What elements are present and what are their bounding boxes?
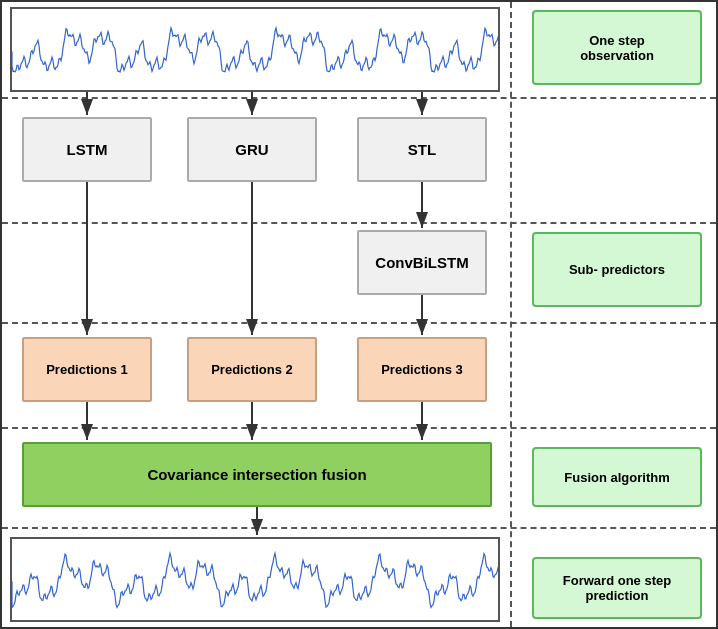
predictions-2-box: Predictions 2 [187, 337, 317, 402]
vertical-divider [510, 2, 512, 627]
main-container: One step observation LSTM GRU STL ConvBi… [0, 0, 718, 629]
divider-4 [2, 427, 716, 429]
divider-5 [2, 527, 716, 529]
lstm-box: LSTM [22, 117, 152, 182]
label-forward-prediction: Forward one step prediction [532, 557, 702, 619]
label-one-step-observation: One step observation [532, 10, 702, 85]
label-fusion-algorithm: Fusion algorithm [532, 447, 702, 507]
fusion-box: Covariance intersection fusion [22, 442, 492, 507]
predictions-1-box: Predictions 1 [22, 337, 152, 402]
divider-1 [2, 97, 716, 99]
convbilstm-box: ConvBiLSTM [357, 230, 487, 295]
output-waveform [10, 537, 500, 622]
divider-2 [2, 222, 716, 224]
gru-box: GRU [187, 117, 317, 182]
label-sub-predictors: Sub- predictors [532, 232, 702, 307]
divider-3 [2, 322, 716, 324]
stl-box: STL [357, 117, 487, 182]
predictions-3-box: Predictions 3 [357, 337, 487, 402]
observation-waveform [10, 7, 500, 92]
